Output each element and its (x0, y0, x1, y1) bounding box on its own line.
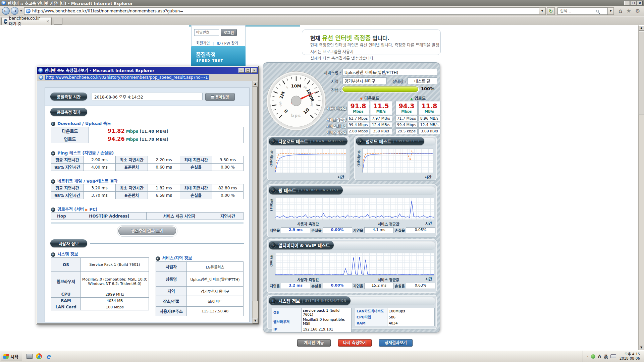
browser-navbar: ← → ▼ e http://www.benchbee.co.kr/01test… (0, 6, 644, 16)
quicklaunch-window-icon[interactable] (25, 352, 34, 360)
speed-paren: (11.48 MB/s) (140, 129, 168, 134)
browser-title: 벤치비 :: 초고속 인터넷 커뮤니티! - Microsoft Interne… (8, 0, 133, 6)
nav-dropdown-icon[interactable]: ▼ (20, 9, 22, 12)
tab-benchbee[interactable]: benchbee.co.kr 대기 중 × (1, 17, 52, 25)
service-region-section-title: ▸서비스/지역 정보 (156, 255, 192, 261)
state-field[interactable]: 테스트 끝 (408, 77, 437, 84)
home-icon[interactable]: ⌂ (619, 7, 622, 14)
result-cell: 11.8MB/s (418, 101, 440, 115)
ime-keyboard-icon[interactable] (610, 354, 616, 358)
value-cell: 82.80 ms (212, 184, 244, 192)
restore-button[interactable]: ❐ (631, 1, 636, 5)
address-dropdown-button[interactable]: ▼ (539, 7, 546, 15)
popup-url-row: e http://www.benchbee.co.kr/02history/no… (37, 74, 258, 81)
forward-button[interactable]: → (11, 7, 18, 15)
value-cell: Service Pack 1 (Build 7601) (81, 258, 149, 272)
value-cell: 91.82 Mbps (11.48 MB/s) (89, 127, 244, 135)
popup-minimize-button[interactable]: ─ (238, 68, 244, 73)
section-title: 시스템 정보 (278, 298, 300, 304)
password-field[interactable] (194, 29, 219, 36)
browser-scrollbar[interactable]: ▲ ▼ (638, 25, 644, 350)
address-bar[interactable]: e http://www.benchbee.co.kr/01test/nonme… (24, 7, 539, 15)
measure-time-field[interactable]: 2018-08-06 오후 4:14:32 (92, 93, 203, 100)
popup-close-button[interactable]: × (251, 68, 257, 73)
retest-button[interactable]: 다시 측정하기 (338, 339, 372, 347)
speed-test-menu[interactable]: 품질측정 SPEED TEST (191, 46, 246, 68)
label-cell: 사용자IP주소 (156, 307, 187, 316)
y-axis-label: 핑(ms) (269, 255, 274, 267)
start-button[interactable]: 시작 (1, 352, 22, 361)
label-cell: 손실율 (180, 192, 212, 199)
ie-icon: e (38, 68, 43, 73)
svc-loss-field: 0.63% (406, 283, 435, 289)
favorites-star-icon[interactable]: ★ (626, 8, 631, 14)
voip-table: 평균 지연시간3.20 ms 최소 지연시간1.82 ms 최대 지연시간82.… (51, 184, 244, 199)
ping-test-box: › 핑 테스트 | GENERAL PING TEST 핑(ms) 시간 사용자… (267, 184, 437, 238)
notice-suffix: 입니다. (371, 35, 389, 42)
scrollbar-thumb[interactable] (253, 87, 258, 301)
search-icon[interactable] (596, 10, 599, 12)
address-url[interactable]: http://www.benchbee.co.kr/01test/nonmemb… (32, 9, 183, 13)
value-cell: 3.20 ms (84, 184, 116, 192)
refresh-button[interactable]: ↻ (547, 7, 555, 15)
speed-unit: Mbps (125, 137, 140, 142)
menu-title: 품질측정 (196, 50, 216, 58)
search-box[interactable] (557, 7, 608, 15)
back-button[interactable]: ← (2, 7, 10, 15)
taskbar-clock[interactable]: 오후 4:15 2018-08-06 (620, 352, 640, 361)
tray-app-icon[interactable] (591, 354, 595, 359)
quicklaunch-chrome-icon[interactable] (35, 352, 43, 360)
scroll-up-arrow[interactable]: ▲ (639, 25, 644, 31)
label-cell: LAN Card (51, 304, 81, 310)
speed-unit: Mbps (125, 129, 140, 134)
value: 94.3 (399, 103, 415, 109)
detail-result-button[interactable]: 상세결과보기 (379, 339, 413, 347)
gauge-unit: bps (291, 113, 301, 118)
traceroute-result-button[interactable]: 경로추적 결과 보기 (118, 227, 176, 235)
bullet-icon: ▸ (156, 256, 160, 261)
upload-test-header: › 업로드 테스트 | UPLOADTEST (356, 137, 424, 145)
speed-gauge: bps 05001M510M50100M5001G (266, 71, 326, 131)
value-cell: 4.00 ms (84, 164, 116, 171)
section-title: 멀티미디어 & VoIP 테스트 (278, 242, 330, 248)
scrollbar-thumb[interactable] (639, 31, 644, 115)
go-board-button[interactable]: 게시판 이동 (297, 339, 331, 347)
progress-percent: 100% (421, 86, 434, 91)
hidden-icons-chevron[interactable]: › (587, 355, 588, 358)
glossary-button[interactable]: 용어설명 (205, 93, 235, 101)
title-text: Ping 테스트 (지연율 / 손실율) (57, 150, 114, 156)
value-cell: 0.60 ms (148, 164, 180, 171)
search-input[interactable] (559, 8, 596, 14)
ime-language-icon[interactable]: A (598, 354, 601, 359)
value-cell: 94.26 Mbps (11.78 MB/s) (89, 135, 244, 143)
bullet-icon: ▸ (51, 207, 55, 212)
login-button[interactable]: 로그인 (221, 29, 237, 36)
voip-test-header: › 멀티미디어 & VoIP 테스트 (269, 241, 334, 249)
popup-scrollbar[interactable]: ▲ ▼ (252, 81, 258, 323)
upload-header: ▲ 업로드 (395, 95, 440, 101)
screen: e 벤치비 :: 초고속 인터넷 커뮤니티! - Microsoft Inter… (0, 0, 644, 362)
quicklaunch-ie-icon[interactable]: e (44, 352, 52, 360)
popup-maximize-button[interactable]: □ (245, 68, 251, 73)
signup-link[interactable]: 회원가입 (196, 41, 210, 46)
delay-label: 지연율 (270, 283, 280, 289)
minimize-button[interactable]: ─ (624, 1, 630, 5)
ime-hanja-icon[interactable]: 漢 (604, 354, 608, 359)
region-field[interactable]: 경기부천시 원미구 (342, 77, 387, 84)
search-dropdown-button[interactable]: ▼ (608, 7, 614, 15)
result-popup-window[interactable]: e 인터넷 속도 측정결과보기 - Microsoft Internet Exp… (36, 66, 259, 324)
download-header-label: 다운로드 (364, 96, 379, 101)
result-cell: 99.4 Mbps (347, 122, 369, 128)
new-tab-button[interactable] (54, 18, 62, 24)
settings-gear-icon[interactable]: ⚙ (635, 8, 640, 14)
service-name-field[interactable]: Uplus광랜_아파트(일반/FTTH) (342, 69, 437, 75)
voip-test-box: › 멀티미디어 & VoIP 테스트 핑(ms) 시간 사용자 측정값 서비스 … (267, 239, 437, 293)
scroll-down-arrow[interactable]: ▼ (253, 318, 258, 323)
value-cell: 2.20 ms (148, 156, 180, 164)
close-button[interactable]: × (637, 1, 643, 5)
scroll-up-arrow[interactable]: ▲ (253, 81, 258, 86)
find-id-pw-link[interactable]: ID / PW 찾기 (217, 41, 238, 46)
popup-url[interactable]: http://www.benchbee.co.kr/02history/nonm… (45, 75, 209, 80)
tab-close-icon[interactable]: × (46, 19, 49, 23)
scroll-down-arrow[interactable]: ▼ (639, 345, 644, 350)
